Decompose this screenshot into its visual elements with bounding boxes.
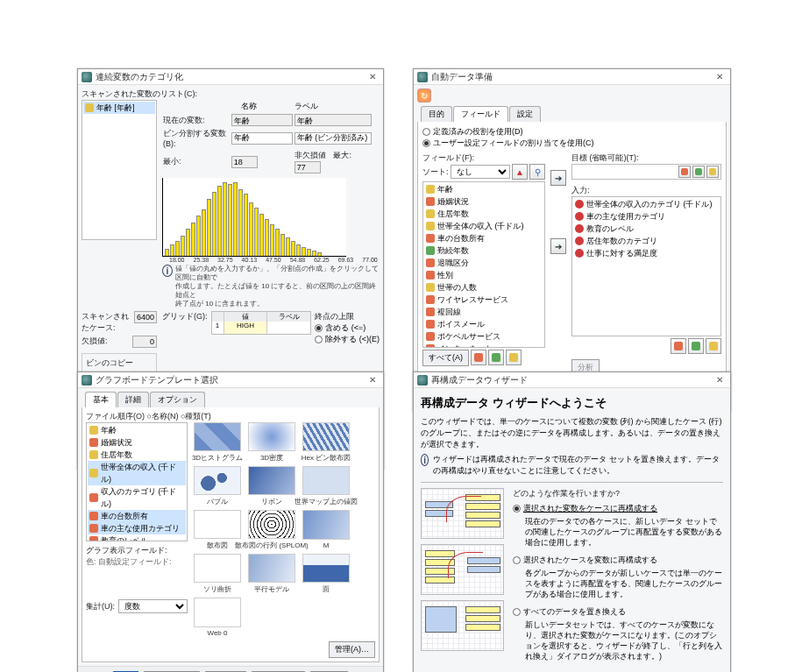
inputs-list[interactable]: 世帯全体の収入のカテゴリ (千ドル)車の主な使用カテゴリ教育のレベル居住年数のカ… bbox=[571, 196, 721, 336]
scanned-variables-list[interactable]: 年齢 [年齢] bbox=[82, 100, 157, 240]
list-item[interactable]: 年齢 bbox=[424, 183, 543, 195]
histogram-bar bbox=[280, 234, 285, 256]
level-scale-icon[interactable] bbox=[506, 350, 522, 365]
chart-template[interactable]: ソリ曲折 bbox=[193, 554, 242, 594]
measure-icon bbox=[89, 426, 98, 435]
histogram-bar bbox=[217, 186, 222, 256]
list-item[interactable]: 世帯の人数 bbox=[424, 281, 543, 294]
chart-template[interactable]: 世界マップ上の値図 bbox=[302, 466, 351, 506]
list-item[interactable]: 居住年数のカテゴリ bbox=[573, 235, 720, 247]
list-item[interactable]: 退職区分 bbox=[424, 257, 543, 269]
manage-button[interactable]: 管理(A)… bbox=[329, 641, 375, 658]
target-field[interactable] bbox=[571, 164, 721, 180]
wizard-thumb-transpose bbox=[421, 600, 504, 651]
list-item[interactable]: ボイスメール bbox=[424, 318, 543, 330]
tab-options[interactable]: オプション bbox=[150, 392, 205, 407]
close-icon[interactable]: ✕ bbox=[365, 374, 380, 386]
chart-template[interactable]: 散布図の行列 (SPLOM) bbox=[247, 510, 296, 550]
list-item[interactable]: 住居年数 bbox=[424, 208, 543, 220]
list-item-label: 年齢 [年齢] bbox=[96, 102, 135, 114]
grid-cell[interactable]: HIGH bbox=[224, 322, 268, 334]
list-item[interactable]: ポケベルサービス bbox=[424, 330, 543, 343]
radio-exclude[interactable]: 除外する (<)(E) bbox=[315, 334, 380, 345]
list-item[interactable]: 婚姻状況 bbox=[424, 195, 543, 208]
chart-template[interactable]: バブル bbox=[193, 466, 242, 506]
chart-template[interactable]: リボン bbox=[247, 466, 296, 506]
list-item[interactable]: 複回線 bbox=[424, 306, 543, 318]
tab-basic[interactable]: 基本 bbox=[85, 392, 117, 407]
close-icon[interactable]: ✕ bbox=[365, 71, 380, 83]
list-item[interactable]: 車の主な使用カテゴリ bbox=[88, 522, 186, 534]
list-item[interactable]: 収入のカテゴリ (千ドル) bbox=[88, 485, 186, 510]
radio-predefined[interactable]: 定義済みの役割を使用(D) bbox=[422, 126, 721, 138]
tab-fields[interactable]: フィールド bbox=[453, 106, 508, 122]
radio-include[interactable]: 含める (<=) bbox=[315, 322, 380, 334]
select-all-button[interactable]: すべて(A) bbox=[422, 350, 469, 366]
tab-settings[interactable]: 設定 bbox=[509, 106, 541, 122]
list-item[interactable]: 住居年数 bbox=[88, 449, 186, 461]
binned-label-input[interactable] bbox=[295, 132, 372, 145]
chart-template-label: 散布図の行列 (SPLOM) bbox=[235, 541, 309, 550]
sort-desc-icon[interactable]: ⚲ bbox=[529, 164, 545, 180]
chart-template[interactable]: M bbox=[302, 510, 351, 550]
summary-select[interactable]: 度数 bbox=[118, 599, 188, 613]
level-nominal-icon[interactable] bbox=[471, 350, 486, 365]
chart-template-gallery[interactable]: 3Dヒストグラム3D密度Hex ビン散布図バブルリボン世界マップ上の値図散布図散… bbox=[193, 422, 375, 638]
chart-template-label: ソリ曲折 bbox=[203, 584, 231, 594]
chart-template[interactable]: 3D密度 bbox=[247, 422, 296, 463]
list-item[interactable]: 車の台数所有 bbox=[88, 510, 186, 522]
radio-vars-to-cases[interactable]: 選択された変数をケースに再構成する bbox=[513, 503, 723, 514]
list-item[interactable]: 教育のレベル bbox=[573, 223, 720, 235]
refresh-icon[interactable]: ↻ bbox=[417, 88, 431, 103]
list-item[interactable]: インターネット bbox=[424, 343, 543, 348]
list-item-label: ポケベルサービス bbox=[437, 330, 500, 343]
chart-thumb-icon bbox=[194, 598, 241, 627]
list-item[interactable]: 婚姻状況 bbox=[88, 436, 186, 449]
filter2-scale-icon[interactable] bbox=[706, 338, 721, 354]
radio-cases-to-vars[interactable]: 選択されたケースを変数に再構成する bbox=[513, 555, 723, 566]
close-icon[interactable]: ✕ bbox=[713, 374, 727, 386]
filter2-nominal-icon[interactable] bbox=[671, 338, 686, 354]
chart-template[interactable]: Hex ビン散布図 bbox=[302, 422, 351, 463]
list-item[interactable]: 年齢 bbox=[88, 424, 186, 436]
chart-template[interactable]: 面 bbox=[302, 554, 351, 594]
list-item-label: 婚姻状況 bbox=[437, 195, 469, 208]
list-item[interactable]: 年齢 [年齢] bbox=[83, 102, 155, 114]
filter-ordinal-icon[interactable] bbox=[692, 166, 705, 178]
tab-objective[interactable]: 目的 bbox=[421, 106, 452, 122]
list-item[interactable]: 世帯全体の収入 (千ドル) bbox=[88, 461, 186, 485]
close-icon[interactable]: ✕ bbox=[713, 71, 727, 83]
wizard-thumb-cases-to-vars bbox=[421, 544, 504, 595]
level-ordinal-icon[interactable] bbox=[488, 350, 504, 365]
radio-transpose[interactable]: すべてのデータを置き換える bbox=[513, 606, 723, 618]
list-item[interactable]: 仕事に対する満足度 bbox=[573, 247, 720, 259]
list-item[interactable]: 世帯全体の収入 (千ドル) bbox=[424, 220, 543, 232]
list-item[interactable]: 車の台数所有 bbox=[424, 232, 543, 244]
wizard-heading: 再構成データ ウィザードへようこそ bbox=[421, 395, 723, 411]
list-item[interactable]: 世帯全体の収入のカテゴリ (千ドル) bbox=[573, 198, 720, 210]
list-item[interactable]: 勤続年数 bbox=[424, 244, 543, 257]
dialog2-titlebar: 自動データ準備 ✕ bbox=[414, 69, 730, 85]
list-item[interactable]: 性別 bbox=[424, 269, 543, 281]
filter-scale-icon[interactable] bbox=[706, 166, 719, 178]
chart-template[interactable]: 3Dヒストグラム bbox=[193, 422, 242, 463]
chart-thumb-icon bbox=[302, 510, 350, 540]
list-item[interactable]: ワイヤレスサービス bbox=[424, 294, 543, 306]
list-item[interactable]: 車の主な使用カテゴリ bbox=[573, 210, 720, 223]
tab-detail[interactable]: 詳細 bbox=[117, 392, 149, 407]
sort-asc-icon[interactable]: ▲ bbox=[512, 164, 528, 180]
list-item[interactable]: 教育のレベル bbox=[88, 534, 186, 541]
move-to-target-button[interactable]: ➔ bbox=[550, 170, 566, 186]
move-to-inputs-button[interactable]: ➔ bbox=[550, 238, 566, 254]
chart-template[interactable]: 平行モデル bbox=[247, 554, 296, 594]
measure-icon bbox=[426, 234, 435, 243]
fields-list[interactable]: 年齢婚姻状況住居年数世帯全体の収入 (千ドル)車の台数所有勤続年数退職区分性別世… bbox=[422, 181, 545, 348]
filter2-ordinal-icon[interactable] bbox=[688, 338, 704, 354]
binned-name-input[interactable] bbox=[231, 132, 293, 145]
filter-nominal-icon[interactable] bbox=[678, 166, 691, 178]
variables-list[interactable]: 年齢婚姻状況住居年数世帯全体の収入 (千ドル)収入のカテゴリ (千ドル)車の台数… bbox=[86, 422, 188, 541]
chart-template[interactable]: Web 0 bbox=[193, 598, 242, 638]
sort-select[interactable]: なし bbox=[451, 165, 510, 179]
radio-custom[interactable]: ユーザー設定フィールドの割り当てを使用(C) bbox=[422, 138, 721, 149]
list-item-label: 婚姻状況 bbox=[101, 436, 132, 449]
